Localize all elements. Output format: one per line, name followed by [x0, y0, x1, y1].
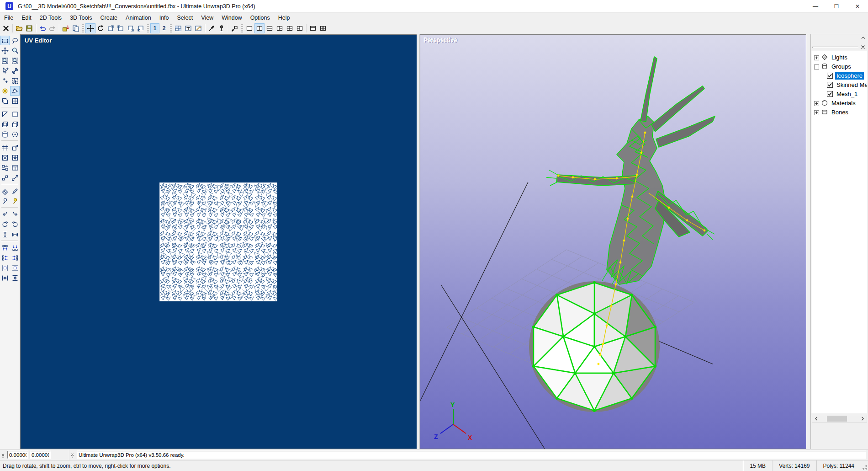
- expand-minus-icon[interactable]: [814, 64, 819, 69]
- expand-plus-icon[interactable]: [814, 55, 819, 60]
- view-2-button[interactable]: 2: [159, 23, 169, 33]
- scrollbar-track[interactable]: [820, 415, 859, 422]
- pencil-tool[interactable]: [10, 186, 20, 196]
- tree-node-lights[interactable]: Lights: [812, 53, 867, 62]
- expand-plus-icon[interactable]: [814, 101, 819, 106]
- triangle-tool[interactable]: [0, 109, 10, 119]
- checkbox-checked-icon[interactable]: [827, 73, 833, 79]
- scroll-left-button[interactable]: [812, 415, 820, 422]
- eyedropper-button[interactable]: [206, 23, 217, 33]
- fill-plumb-button[interactable]: [217, 23, 227, 33]
- zoom-selection-tool[interactable]: [10, 56, 20, 65]
- minimize-button[interactable]: —: [805, 0, 826, 12]
- menu-item-animation[interactable]: Animation: [122, 14, 155, 22]
- tree-node-mesh-1[interactable]: Mesh_1: [812, 89, 867, 98]
- add-points-tool[interactable]: [0, 76, 10, 86]
- scale-vertical-tool[interactable]: [0, 230, 10, 239]
- align-top-tool[interactable]: [0, 243, 10, 252]
- scrollbar-thumb[interactable]: [827, 416, 847, 422]
- table-tool[interactable]: [10, 163, 20, 172]
- uv-map-canvas[interactable]: [159, 182, 277, 301]
- square-tool[interactable]: [10, 109, 20, 119]
- tree-node-groups[interactable]: Groups: [812, 62, 867, 71]
- menu-item-select[interactable]: Select: [173, 14, 197, 22]
- swap-boxes-tool[interactable]: [0, 163, 10, 172]
- toolbar-grip[interactable]: [82, 24, 84, 32]
- space-horizontal-tool[interactable]: [0, 273, 10, 283]
- align-bottom-tool[interactable]: [10, 243, 20, 252]
- viewport-tree-splitter[interactable]: [806, 34, 811, 449]
- rotate-ccw-tool[interactable]: [10, 219, 20, 229]
- tree-node-skinned-mesh[interactable]: Skinned Mes: [812, 80, 867, 89]
- tree-panel-grip[interactable]: [811, 43, 868, 51]
- resize-grip[interactable]: [861, 460, 868, 471]
- undo-button[interactable]: [37, 23, 48, 33]
- menu-item-view[interactable]: View: [197, 14, 217, 22]
- scroll-up-button[interactable]: [860, 34, 867, 41]
- tree-panel-close-button[interactable]: [860, 44, 867, 50]
- tree-node-materials[interactable]: Materials: [812, 98, 867, 107]
- close-x-icon[interactable]: [1, 450, 5, 455]
- u-coordinate-field[interactable]: [7, 451, 28, 459]
- menu-item-2d-tools[interactable]: 2D Tools: [36, 14, 66, 22]
- crosshair-box-tool[interactable]: [10, 153, 20, 162]
- pin-yellow-tool[interactable]: [10, 196, 20, 206]
- menu-item-3d-tools[interactable]: 3D Tools: [66, 14, 96, 22]
- layout-list-button[interactable]: [308, 23, 318, 33]
- cube-3d-tool[interactable]: [10, 119, 20, 129]
- toolbar-grip[interactable]: [147, 24, 149, 32]
- rect-select-tool[interactable]: [0, 36, 10, 45]
- layout-vsplit-button[interactable]: [254, 23, 265, 33]
- grip-handle[interactable]: [812, 47, 858, 48]
- drag-grip[interactable]: [2, 455, 4, 459]
- node-line-tool[interactable]: [10, 173, 20, 182]
- pan-tool[interactable]: [0, 46, 10, 55]
- scroll-right-button[interactable]: [859, 415, 867, 422]
- bone-tool[interactable]: [10, 66, 20, 75]
- zoom-region-tool[interactable]: [0, 56, 10, 65]
- uv-checker-toggle-button[interactable]: [173, 23, 183, 33]
- layout-one-two-button[interactable]: [275, 23, 285, 33]
- overlap-squares-tool[interactable]: [0, 96, 10, 106]
- copy-button[interactable]: [71, 23, 81, 33]
- cylinder-tool[interactable]: [0, 129, 10, 139]
- perspective-viewport[interactable]: Y Z X Perspective: [420, 34, 806, 449]
- layout-hsplit-button[interactable]: [265, 23, 275, 33]
- save-button[interactable]: [24, 23, 34, 33]
- toolbar-grip[interactable]: [170, 24, 172, 32]
- grid-quad-tool[interactable]: [10, 96, 20, 106]
- texture-toggle-button[interactable]: [183, 23, 193, 33]
- layout-two-one-button[interactable]: [295, 23, 305, 33]
- import-button[interactable]: [61, 23, 71, 33]
- drag-grip[interactable]: [72, 455, 73, 459]
- node-squares-tool[interactable]: [0, 173, 10, 182]
- window-tool-2-button[interactable]: [116, 23, 126, 33]
- texture-edit-toggle-button[interactable]: [193, 23, 203, 33]
- layout-single-button[interactable]: [244, 23, 254, 33]
- layout-quad-button[interactable]: [285, 23, 295, 33]
- cube-wire-tool[interactable]: [0, 119, 10, 129]
- menu-item-edit[interactable]: Edit: [17, 14, 36, 22]
- menu-item-file[interactable]: File: [0, 14, 17, 22]
- maximize-button[interactable]: ☐: [826, 0, 847, 12]
- uv-editor-panel[interactable]: UV Editor: [20, 34, 417, 449]
- window-tool-1-button[interactable]: [106, 23, 116, 33]
- expand-plus-icon[interactable]: [814, 110, 819, 115]
- align-left-tool[interactable]: [0, 253, 10, 262]
- open-button[interactable]: [14, 23, 24, 33]
- lasso-select-tool[interactable]: [10, 36, 20, 45]
- facet-tool[interactable]: [10, 86, 20, 96]
- eraser-tool[interactable]: [0, 186, 10, 196]
- menu-item-create[interactable]: Create: [96, 14, 122, 22]
- weld-button[interactable]: [230, 23, 240, 33]
- align-right-tool[interactable]: [10, 253, 20, 262]
- center-horizontal-tool[interactable]: [0, 263, 10, 273]
- tree-node-icosphere[interactable]: Icosphere: [812, 71, 867, 80]
- v-coordinate-field[interactable]: [30, 451, 51, 459]
- sphere-tool[interactable]: [10, 129, 20, 139]
- curve-right-tool[interactable]: [10, 209, 20, 219]
- space-vertical-tool[interactable]: [10, 273, 20, 283]
- move-tool-button[interactable]: [85, 23, 95, 33]
- window-tool-3-button[interactable]: [126, 23, 136, 33]
- window-tool-4-button[interactable]: [136, 23, 146, 33]
